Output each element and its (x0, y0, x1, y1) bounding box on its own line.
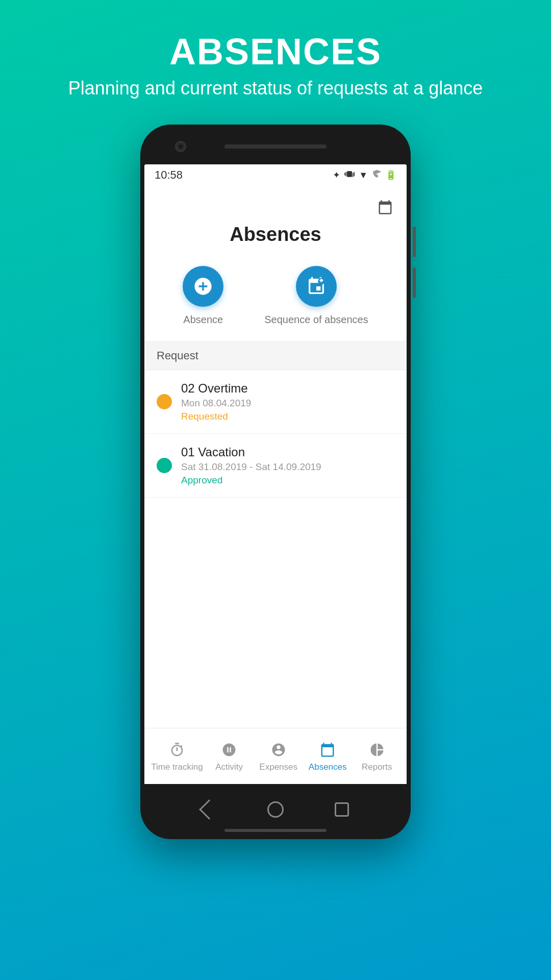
item-title: 02 Overtime (181, 381, 394, 396)
status-bar: 10:58 ✦ ▼ (144, 164, 407, 186)
nav-label-reports: Reports (362, 762, 392, 772)
battery-icon: 🔋 (385, 169, 396, 181)
hero-title: ABSENCES (68, 31, 483, 72)
speaker-bar (224, 144, 327, 149)
home-button[interactable] (267, 801, 284, 818)
phone-screen: 10:58 ✦ ▼ (144, 164, 407, 784)
item-status-approved: Approved (181, 475, 394, 486)
volume-button-top (413, 227, 416, 257)
app-content: Absences Absence (144, 186, 407, 784)
back-button[interactable] (199, 799, 219, 820)
absences-nav-icon (318, 741, 337, 759)
phone-frame: 10:58 ✦ ▼ (140, 125, 411, 839)
bottom-indicator (224, 829, 327, 832)
request-section: Request 02 Overtime Mon 08.04.2019 Reque… (144, 341, 407, 728)
app-header (144, 186, 407, 224)
dropbox-icon: ✦ (333, 169, 340, 181)
wifi-icon: ▼ (359, 170, 368, 181)
stopwatch-icon (168, 741, 186, 759)
request-section-header: Request (144, 341, 407, 370)
nav-label-absences: Absences (309, 762, 347, 772)
item-info-vacation: 01 Vacation Sat 31.08.2019 - Sat 14.09.2… (181, 445, 394, 486)
item-date: Sat 31.08.2019 - Sat 14.09.2019 (181, 461, 394, 473)
app-title: Absences (155, 224, 396, 246)
nav-item-time-tracking[interactable]: Time tracking (151, 741, 203, 772)
sequence-action-container: Sequence of absences (264, 266, 368, 326)
volume-button-mid (413, 267, 416, 298)
recents-button[interactable] (335, 802, 349, 817)
phone-top-bar (144, 129, 407, 164)
status-dot-teal (157, 458, 172, 473)
nav-item-reports[interactable]: Reports (354, 741, 400, 772)
add-sequence-button[interactable] (296, 266, 337, 307)
table-row[interactable]: 01 Vacation Sat 31.08.2019 - Sat 14.09.2… (144, 434, 407, 498)
app-title-area: Absences (144, 224, 407, 256)
reports-icon (368, 741, 386, 759)
nav-label-activity: Activity (215, 762, 243, 772)
phone-bottom-bar (144, 784, 407, 835)
table-row[interactable]: 02 Overtime Mon 08.04.2019 Requested (144, 370, 407, 434)
calendar-button[interactable] (374, 196, 396, 218)
add-absence-button[interactable] (183, 266, 223, 307)
nav-label-expenses: Expenses (259, 762, 297, 772)
bottom-nav: Time tracking Activity (144, 728, 407, 784)
signal-icon (372, 169, 381, 181)
sequence-label: Sequence of absences (264, 313, 368, 326)
status-time: 10:58 (155, 168, 183, 182)
hero-subtitle: Planning and current status of requests … (68, 78, 483, 99)
status-dot-orange (157, 394, 172, 409)
absence-label: Absence (183, 313, 223, 326)
expenses-icon (269, 741, 288, 759)
action-buttons: Absence Sequence of absences (144, 256, 407, 341)
absence-action-container: Absence (183, 266, 223, 326)
item-info-overtime: 02 Overtime Mon 08.04.2019 Requested (181, 381, 394, 422)
nav-item-absences[interactable]: Absences (305, 741, 350, 772)
nav-item-expenses[interactable]: Expenses (256, 741, 302, 772)
status-icons: ✦ ▼ 🔋 (333, 169, 396, 182)
nav-item-activity[interactable]: Activity (206, 741, 252, 772)
item-title: 01 Vacation (181, 445, 394, 459)
nav-label-time-tracking: Time tracking (151, 762, 203, 772)
activity-icon (220, 741, 238, 759)
item-status-requested: Requested (181, 411, 394, 422)
camera (175, 141, 186, 152)
item-date: Mon 08.04.2019 (181, 398, 394, 409)
vibrate-icon (344, 169, 355, 182)
